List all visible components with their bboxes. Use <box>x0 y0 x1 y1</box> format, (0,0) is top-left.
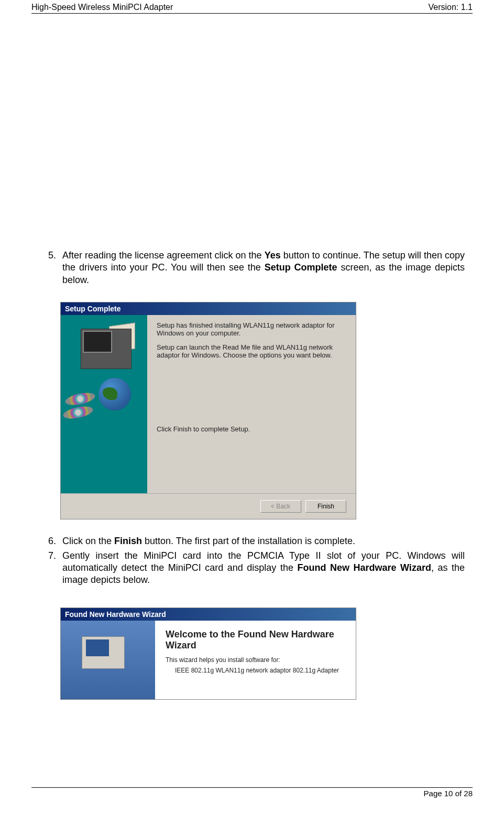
finish-button[interactable]: Finish <box>305 500 346 513</box>
found-new-hardware-dialog: Found New Hardware Wizard Welcome to the… <box>60 608 356 700</box>
dialog-text: Setup has finished installing WLAN11g ne… <box>157 321 346 337</box>
dialog-content: Setup has finished installing WLAN11g ne… <box>147 315 356 493</box>
dialog-sidebar-image <box>61 315 147 493</box>
document-content: 5. After reading the license agreement c… <box>31 14 473 700</box>
setup-complete-dialog: Setup Complete Setup has finished instal <box>60 302 356 519</box>
wizard-device-name: IEEE 802.11g WLAN11g network adaptor 802… <box>175 667 345 674</box>
page-number: Page 10 of 28 <box>424 789 473 798</box>
wizard-text: This wizard helps you install software f… <box>166 656 345 664</box>
step-6: 6. Click on the Finish button. The first… <box>39 535 465 547</box>
step-text: After reading the license agreement clic… <box>62 250 465 286</box>
monitor-icon <box>83 331 112 353</box>
step-number: 7. <box>39 550 62 587</box>
step-number: 5. <box>39 250 62 286</box>
dialog-button-row: < Back Finish <box>61 493 356 519</box>
step-5: 5. After reading the license agreement c… <box>39 250 465 286</box>
wizard-sidebar-image <box>61 621 155 699</box>
globe-icon <box>98 378 131 410</box>
dialog-titlebar: Found New Hardware Wizard <box>61 608 356 621</box>
screen-icon <box>86 639 109 656</box>
step-text: Click on the Finish button. The first pa… <box>62 535 465 547</box>
page-footer: Page 10 of 28 <box>31 787 473 798</box>
header-title: High-Speed Wireless MiniPCI Adapter <box>31 3 173 12</box>
step-number: 6. <box>39 535 62 547</box>
page-header: High-Speed Wireless MiniPCI Adapter Vers… <box>31 0 473 14</box>
step-text: Gently insert the MiniPCI card into the … <box>62 550 465 587</box>
step-7: 7. Gently insert the MiniPCI card into t… <box>39 550 465 587</box>
header-version: Version: 1.1 <box>429 3 473 12</box>
cd-icon <box>62 404 94 421</box>
cd-icon <box>64 391 96 407</box>
wizard-content: Welcome to the Found New Hardware Wizard… <box>155 621 356 699</box>
dialog-text: Setup can launch the Read Me file and WL… <box>157 343 346 359</box>
wizard-heading: Welcome to the Found New Hardware Wizard <box>166 629 345 651</box>
dialog-titlebar: Setup Complete <box>61 302 356 315</box>
dialog-text: Click Finish to complete Setup. <box>157 425 250 433</box>
back-button: < Back <box>260 500 301 513</box>
